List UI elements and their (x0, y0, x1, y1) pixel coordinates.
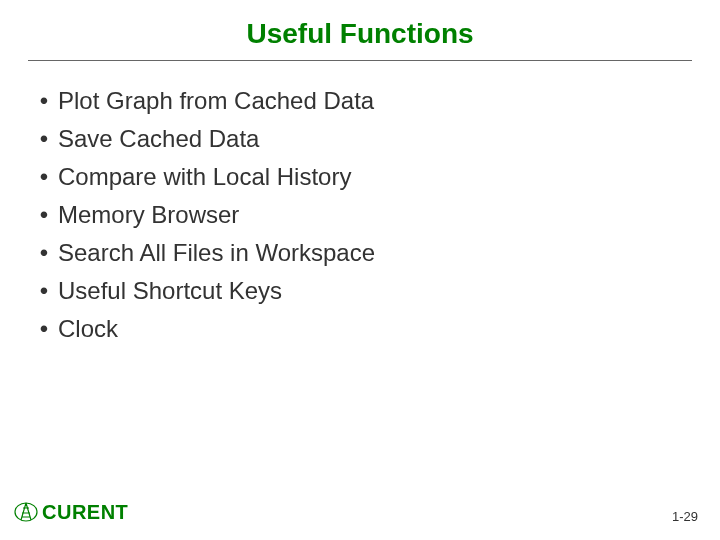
footer: CURENT 1-29 (0, 500, 720, 530)
bullet-icon: • (30, 199, 58, 231)
bullet-text: Compare with Local History (58, 161, 351, 193)
bullet-icon: • (30, 237, 58, 269)
slide-title: Useful Functions (0, 0, 720, 60)
bullet-text: Save Cached Data (58, 123, 259, 155)
list-item: • Compare with Local History (30, 161, 690, 193)
bullet-icon: • (30, 85, 58, 117)
transmission-tower-icon (14, 500, 38, 524)
bullet-icon: • (30, 313, 58, 345)
bullet-text: Plot Graph from Cached Data (58, 85, 374, 117)
bullet-icon: • (30, 275, 58, 307)
list-item: • Memory Browser (30, 199, 690, 231)
page-number: 1-29 (672, 509, 698, 524)
list-item: • Clock (30, 313, 690, 345)
bullet-text: Useful Shortcut Keys (58, 275, 282, 307)
list-item: • Plot Graph from Cached Data (30, 85, 690, 117)
bullet-text: Clock (58, 313, 118, 345)
bullet-text: Search All Files in Workspace (58, 237, 375, 269)
list-item: • Search All Files in Workspace (30, 237, 690, 269)
content-area: • Plot Graph from Cached Data • Save Cac… (0, 61, 720, 345)
svg-point-0 (15, 503, 37, 521)
logo-text: CURENT (42, 501, 128, 524)
list-item: • Useful Shortcut Keys (30, 275, 690, 307)
bullet-icon: • (30, 161, 58, 193)
list-item: • Save Cached Data (30, 123, 690, 155)
bullet-text: Memory Browser (58, 199, 239, 231)
logo: CURENT (14, 500, 128, 524)
bullet-icon: • (30, 123, 58, 155)
